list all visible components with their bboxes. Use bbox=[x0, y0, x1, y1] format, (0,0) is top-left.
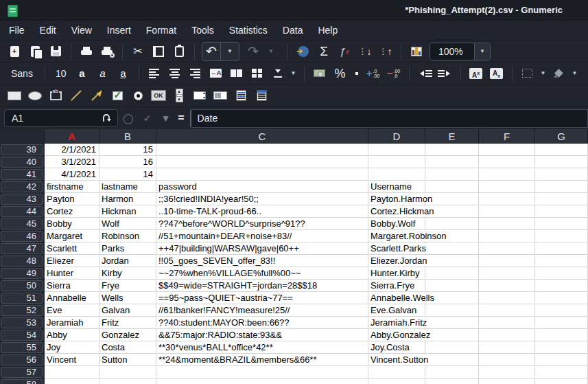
menu-data[interactable]: Data bbox=[275, 21, 311, 40]
column-header-A[interactable]: A bbox=[45, 129, 99, 144]
row-header-50[interactable]: 50 bbox=[0, 280, 45, 292]
cell-A40[interactable]: 3/1/2021 bbox=[45, 156, 99, 168]
row-header-55[interactable]: 55 bbox=[0, 341, 45, 354]
cell-F55[interactable] bbox=[479, 341, 535, 354]
cell-B53[interactable]: Fritz bbox=[99, 317, 156, 329]
formula-input[interactable]: Date bbox=[190, 109, 588, 128]
undo-menu-button[interactable]: ▼ bbox=[221, 43, 239, 60]
cell-A53[interactable]: Jeramiah bbox=[45, 317, 99, 329]
split-cells-button[interactable] bbox=[248, 65, 266, 82]
row-header-46[interactable]: 46 bbox=[0, 230, 45, 242]
cell-D41[interactable] bbox=[368, 168, 425, 181]
print-button[interactable] bbox=[78, 43, 95, 60]
select-all-corner[interactable] bbox=[0, 129, 45, 144]
cell-A39[interactable]: 2/1/2021 bbox=[45, 144, 99, 156]
borders-button[interactable] bbox=[519, 65, 537, 82]
sort-descending-button[interactable]: ⋮↓ bbox=[356, 43, 374, 60]
cell-C54[interactable]: &&75:major:RADIO:state:93&& bbox=[156, 329, 368, 341]
cell-G43[interactable] bbox=[535, 193, 588, 205]
cell-C52[interactable]: //61!banker!FANCY!measure!25// bbox=[156, 304, 368, 317]
cell-C56[interactable]: **24&moment&BRAZIL&members&66** bbox=[156, 354, 368, 366]
cell-F58[interactable] bbox=[479, 379, 535, 384]
open-file-button[interactable] bbox=[26, 43, 44, 60]
cell-E49[interactable] bbox=[425, 267, 479, 280]
cell-G49[interactable] bbox=[535, 267, 588, 280]
cell-D44[interactable]: Cortez.Hickman bbox=[368, 205, 425, 218]
cell-E42[interactable] bbox=[425, 181, 479, 193]
cell-G53[interactable] bbox=[535, 317, 588, 329]
cell-G57[interactable] bbox=[535, 366, 588, 379]
zoom-dropdown-button[interactable]: ▼ bbox=[474, 43, 490, 60]
cell-A51[interactable]: Annabelle bbox=[45, 292, 99, 304]
cell-A55[interactable]: Joy bbox=[45, 341, 99, 354]
autosum-button[interactable]: Σ bbox=[315, 43, 333, 60]
cell-D52[interactable]: Eve.Galvan bbox=[368, 304, 425, 317]
zoom-value[interactable]: 100% bbox=[430, 43, 474, 60]
cell-B54[interactable]: Gonzalez bbox=[99, 329, 156, 341]
increase-precision-button[interactable]: + .0.00 bbox=[364, 65, 382, 82]
cell-G39[interactable] bbox=[535, 144, 588, 156]
draw-rectangle-button[interactable] bbox=[5, 87, 23, 104]
cell-B41[interactable]: 14 bbox=[99, 168, 156, 181]
cell-D46[interactable]: Margaret.Robinson bbox=[368, 230, 425, 242]
row-header-41[interactable]: 41 bbox=[0, 168, 45, 181]
menu-statistics[interactable]: Statistics bbox=[222, 21, 275, 40]
cell-D56[interactable]: Vincent.Sutton bbox=[368, 354, 425, 366]
cell-A50[interactable]: Sierra bbox=[45, 280, 99, 292]
row-header-54[interactable]: 54 bbox=[0, 329, 45, 341]
column-header-G[interactable]: G bbox=[535, 129, 588, 144]
cell-F48[interactable] bbox=[479, 255, 535, 267]
cell-D53[interactable]: Jeramiah.Fritz bbox=[368, 317, 425, 329]
cell-D42[interactable]: Username bbox=[368, 181, 425, 193]
subscript-button[interactable]: Ax bbox=[488, 65, 506, 82]
cell-B51[interactable]: Wells bbox=[99, 292, 156, 304]
insert-checkbox-button[interactable] bbox=[108, 87, 126, 104]
column-header-B[interactable]: B bbox=[99, 129, 156, 144]
new-file-button[interactable] bbox=[5, 43, 23, 60]
cell-F47[interactable] bbox=[479, 242, 535, 255]
cell-C48[interactable]: !!05_goes_SEVEN_offer_83!! bbox=[156, 255, 368, 267]
cell-C47[interactable]: ++47|building|WARSAW|gave|60++ bbox=[156, 242, 368, 255]
cell-G42[interactable] bbox=[535, 181, 588, 193]
cell-F51[interactable] bbox=[479, 292, 535, 304]
align-center-button[interactable] bbox=[166, 65, 184, 82]
paste-button[interactable] bbox=[170, 43, 188, 60]
row-header-56[interactable]: 56 bbox=[0, 354, 45, 366]
cell-A41[interactable]: 4/1/2021 bbox=[45, 168, 99, 181]
cell-F49[interactable] bbox=[479, 267, 535, 280]
cell-E57[interactable] bbox=[425, 366, 479, 379]
fill-color-menu-button[interactable]: ▼ bbox=[571, 65, 579, 82]
row-header-42[interactable]: 42 bbox=[0, 181, 45, 193]
cell-D54[interactable]: Abby.Gonzalez bbox=[368, 329, 425, 341]
redo-menu-button[interactable]: ▼ bbox=[262, 43, 280, 60]
undo-button[interactable]: ↶ bbox=[202, 43, 220, 60]
cancel-edit-button[interactable]: ◯ bbox=[123, 113, 134, 124]
cell-C40[interactable] bbox=[156, 156, 368, 168]
cell-G52[interactable] bbox=[535, 304, 588, 317]
cut-button[interactable]: ✂ bbox=[129, 43, 147, 60]
cell-F54[interactable] bbox=[479, 329, 535, 341]
cell-A56[interactable]: Vincent bbox=[45, 354, 99, 366]
cell-A58[interactable] bbox=[45, 379, 99, 384]
menu-format[interactable]: Format bbox=[139, 21, 184, 40]
cell-B55[interactable]: Costa bbox=[99, 341, 156, 354]
insert-list-button[interactable] bbox=[232, 87, 250, 104]
cell-B56[interactable]: Sutton bbox=[99, 354, 156, 366]
cell-E48[interactable] bbox=[425, 255, 479, 267]
cell-G54[interactable] bbox=[535, 329, 588, 341]
cell-B50[interactable]: Frye bbox=[99, 280, 156, 292]
cell-E40[interactable] bbox=[425, 156, 479, 168]
cell-D58[interactable] bbox=[368, 379, 425, 384]
underline-button[interactable]: a bbox=[115, 65, 132, 82]
hyperlink-button[interactable] bbox=[294, 43, 312, 60]
insert-chart-button[interactable] bbox=[408, 43, 425, 60]
cell-B47[interactable]: Parks bbox=[99, 242, 156, 255]
cell-E58[interactable] bbox=[425, 379, 479, 384]
cell-G51[interactable] bbox=[535, 292, 588, 304]
row-header-51[interactable]: 51 bbox=[0, 292, 45, 304]
column-header-F[interactable]: F bbox=[479, 129, 535, 144]
cell-A48[interactable]: Eliezer bbox=[45, 255, 99, 267]
cell-G45[interactable] bbox=[535, 218, 588, 230]
equals-icon[interactable]: = bbox=[178, 112, 184, 124]
cell-E55[interactable] bbox=[425, 341, 479, 354]
